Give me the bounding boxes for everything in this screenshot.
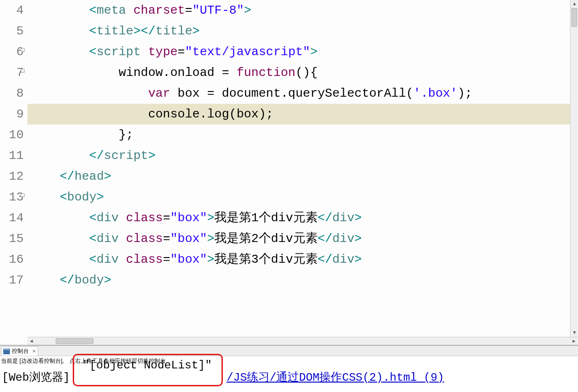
fold-icon[interactable]: -	[21, 69, 25, 73]
code-line[interactable]: <title></title>	[27, 21, 570, 42]
scroll-right-icon[interactable]: ▶	[570, 337, 578, 345]
console-tab-label: 控制台	[12, 347, 29, 355]
code-content[interactable]: <meta charset="UTF-8"> <title></title> <…	[27, 0, 570, 337]
line-number: 4	[0, 0, 24, 21]
code-line[interactable]: var box = document.querySelectorAll('.bo…	[27, 83, 570, 104]
scroll-up-icon[interactable]: ▲	[570, 0, 578, 8]
line-number: 6-	[0, 42, 24, 62]
code-line[interactable]: };	[27, 125, 570, 145]
line-number: 13-	[0, 187, 24, 208]
log-source: [Web浏览器]	[2, 369, 70, 384]
console-info-prefix: 当前是 [边改边看控制台],	[1, 358, 64, 364]
scroll-thumb-horizontal[interactable]	[56, 338, 94, 344]
scroll-down-icon[interactable]: ▼	[570, 329, 578, 337]
line-number-gutter: 456-7-8910111213-14151617	[0, 0, 27, 337]
line-number: 9	[0, 104, 24, 125]
line-number: 17	[0, 270, 24, 291]
close-icon[interactable]: ✕	[32, 349, 36, 354]
line-number: 11	[0, 145, 24, 166]
line-number: 16	[0, 249, 24, 270]
code-line[interactable]: console.log(box);	[27, 104, 570, 125]
code-line[interactable]: window.onload = function(){	[27, 62, 570, 83]
console-tab[interactable]: 控制台 ✕	[1, 346, 38, 356]
horizontal-scrollbar[interactable]: ◀ ▶	[27, 337, 578, 345]
fold-icon[interactable]: -	[21, 48, 25, 52]
code-line[interactable]: <script type="text/javascript">	[27, 42, 570, 62]
code-line[interactable]: </script>	[27, 145, 570, 166]
console-log-row: [Web浏览器] "[object NodeList]" /JS练习/通过DOM…	[0, 367, 578, 392]
line-number: 7-	[0, 62, 24, 83]
line-number: 12	[0, 166, 24, 187]
log-source-link[interactable]: /JS练习/通过DOM操作CSS(2).html (9)	[227, 369, 444, 384]
line-number: 15	[0, 228, 24, 249]
code-line[interactable]: </body>	[27, 270, 570, 291]
code-line[interactable]: </head>	[27, 166, 570, 187]
code-line[interactable]: <meta charset="UTF-8">	[27, 0, 570, 21]
editor-area: 456-7-8910111213-14151617 <meta charset=…	[0, 0, 578, 337]
annotation-box: "[object NodeList]"	[73, 354, 223, 386]
console-panel: 控制台 ✕ 当前是 [边改边看控制台], 点右上角工具条相应按钮可切换控制台 […	[0, 345, 578, 392]
code-line[interactable]: <div class="box">我是第1个div元素</div>	[27, 208, 570, 228]
console-icon	[3, 349, 10, 354]
line-number: 14	[0, 208, 24, 228]
code-line[interactable]: <div class="box">我是第2个div元素</div>	[27, 228, 570, 249]
vertical-scrollbar[interactable]: ▲ ▼	[570, 0, 578, 337]
line-number: 8	[0, 83, 24, 104]
line-number: 10	[0, 125, 24, 145]
scroll-left-icon[interactable]: ◀	[27, 337, 35, 345]
code-line[interactable]: <div class="box">我是第3个div元素</div>	[27, 249, 570, 270]
line-number: 5	[0, 21, 24, 42]
log-value: "[object NodeList]"	[83, 359, 212, 372]
fold-icon[interactable]: -	[21, 193, 25, 197]
scroll-thumb-vertical[interactable]	[571, 8, 577, 27]
code-line[interactable]: <body>	[27, 187, 570, 208]
